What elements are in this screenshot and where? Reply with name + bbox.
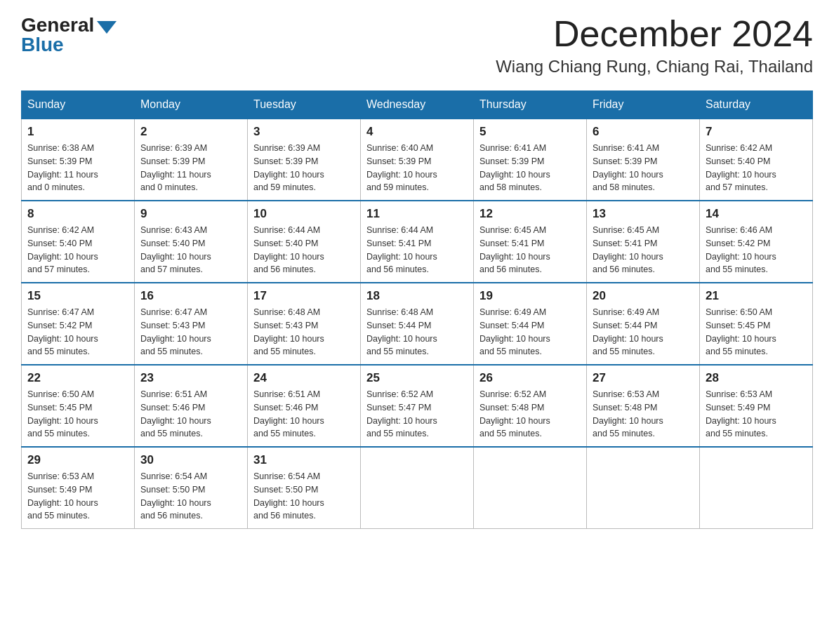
header-monday: Monday: [135, 91, 248, 119]
day-info: Sunrise: 6:47 AMSunset: 5:43 PMDaylight:…: [140, 306, 241, 358]
calendar-cell: 21Sunrise: 6:50 AMSunset: 5:45 PMDayligh…: [700, 283, 813, 365]
day-info: Sunrise: 6:41 AMSunset: 5:39 PMDaylight:…: [479, 142, 581, 194]
month-title: December 2024: [496, 14, 813, 54]
day-info: Sunrise: 6:46 AMSunset: 5:42 PMDaylight:…: [706, 224, 807, 276]
day-number: 23: [140, 371, 241, 385]
calendar-header-row: SundayMondayTuesdayWednesdayThursdayFrid…: [22, 91, 813, 119]
day-number: 3: [253, 125, 355, 139]
page-header: General Blue December 2024 Wiang Chiang …: [21, 14, 813, 76]
header-wednesday: Wednesday: [361, 91, 474, 119]
day-number: 16: [140, 289, 241, 303]
calendar-cell: 13Sunrise: 6:45 AMSunset: 5:41 PMDayligh…: [587, 201, 700, 283]
day-info: Sunrise: 6:49 AMSunset: 5:44 PMDaylight:…: [593, 306, 694, 358]
calendar-cell: 9Sunrise: 6:43 AMSunset: 5:40 PMDaylight…: [135, 201, 248, 283]
calendar-week-row: 15Sunrise: 6:47 AMSunset: 5:42 PMDayligh…: [22, 283, 813, 365]
calendar-cell: 23Sunrise: 6:51 AMSunset: 5:46 PMDayligh…: [135, 365, 248, 447]
calendar-cell: 12Sunrise: 6:45 AMSunset: 5:41 PMDayligh…: [474, 201, 587, 283]
day-info: Sunrise: 6:45 AMSunset: 5:41 PMDaylight:…: [593, 224, 694, 276]
day-info: Sunrise: 6:39 AMSunset: 5:39 PMDaylight:…: [140, 142, 241, 194]
calendar-cell: 16Sunrise: 6:47 AMSunset: 5:43 PMDayligh…: [135, 283, 248, 365]
calendar-cell: 7Sunrise: 6:42 AMSunset: 5:40 PMDaylight…: [700, 119, 813, 201]
day-info: Sunrise: 6:40 AMSunset: 5:39 PMDaylight:…: [366, 142, 468, 194]
day-number: 22: [27, 371, 128, 385]
calendar-cell: 31Sunrise: 6:54 AMSunset: 5:50 PMDayligh…: [248, 447, 361, 529]
day-number: 5: [479, 125, 581, 139]
calendar-week-row: 8Sunrise: 6:42 AMSunset: 5:40 PMDaylight…: [22, 201, 813, 283]
day-info: Sunrise: 6:51 AMSunset: 5:46 PMDaylight:…: [253, 388, 355, 441]
calendar-cell: [587, 447, 700, 529]
day-info: Sunrise: 6:53 AMSunset: 5:49 PMDaylight:…: [706, 388, 807, 441]
day-info: Sunrise: 6:42 AMSunset: 5:40 PMDaylight:…: [706, 142, 807, 194]
day-info: Sunrise: 6:50 AMSunset: 5:45 PMDaylight:…: [706, 306, 807, 358]
calendar-week-row: 1Sunrise: 6:38 AMSunset: 5:39 PMDaylight…: [22, 119, 813, 201]
day-number: 26: [479, 371, 581, 385]
day-number: 31: [253, 453, 355, 467]
header-sunday: Sunday: [22, 91, 135, 119]
day-info: Sunrise: 6:43 AMSunset: 5:40 PMDaylight:…: [140, 224, 241, 276]
day-info: Sunrise: 6:52 AMSunset: 5:47 PMDaylight:…: [366, 388, 468, 441]
header-friday: Friday: [587, 91, 700, 119]
day-number: 10: [253, 207, 355, 221]
calendar-cell: 1Sunrise: 6:38 AMSunset: 5:39 PMDaylight…: [22, 119, 135, 201]
day-number: 6: [593, 125, 694, 139]
calendar-cell: 25Sunrise: 6:52 AMSunset: 5:47 PMDayligh…: [361, 365, 474, 447]
calendar-cell: 3Sunrise: 6:39 AMSunset: 5:39 PMDaylight…: [248, 119, 361, 201]
header-thursday: Thursday: [474, 91, 587, 119]
calendar-cell: 18Sunrise: 6:48 AMSunset: 5:44 PMDayligh…: [361, 283, 474, 365]
day-info: Sunrise: 6:42 AMSunset: 5:40 PMDaylight:…: [27, 224, 128, 276]
day-info: Sunrise: 6:44 AMSunset: 5:40 PMDaylight:…: [253, 224, 355, 276]
day-number: 8: [27, 207, 128, 221]
day-number: 11: [366, 207, 468, 221]
day-info: Sunrise: 6:51 AMSunset: 5:46 PMDaylight:…: [140, 388, 241, 441]
day-number: 1: [27, 125, 128, 139]
calendar-cell: 30Sunrise: 6:54 AMSunset: 5:50 PMDayligh…: [135, 447, 248, 529]
day-info: Sunrise: 6:53 AMSunset: 5:48 PMDaylight:…: [593, 388, 694, 441]
logo-blue-text: Blue: [21, 34, 64, 56]
logo-arrow-icon: [97, 21, 117, 34]
day-info: Sunrise: 6:48 AMSunset: 5:44 PMDaylight:…: [366, 306, 468, 358]
calendar-cell: 14Sunrise: 6:46 AMSunset: 5:42 PMDayligh…: [700, 201, 813, 283]
calendar-cell: [700, 447, 813, 529]
calendar-cell: 15Sunrise: 6:47 AMSunset: 5:42 PMDayligh…: [22, 283, 135, 365]
calendar-cell: 29Sunrise: 6:53 AMSunset: 5:49 PMDayligh…: [22, 447, 135, 529]
day-number: 12: [479, 207, 581, 221]
calendar-cell: 11Sunrise: 6:44 AMSunset: 5:41 PMDayligh…: [361, 201, 474, 283]
calendar-week-row: 29Sunrise: 6:53 AMSunset: 5:49 PMDayligh…: [22, 447, 813, 529]
day-info: Sunrise: 6:48 AMSunset: 5:43 PMDaylight:…: [253, 306, 355, 358]
day-info: Sunrise: 6:52 AMSunset: 5:48 PMDaylight:…: [479, 388, 581, 441]
calendar-week-row: 22Sunrise: 6:50 AMSunset: 5:45 PMDayligh…: [22, 365, 813, 447]
day-number: 2: [140, 125, 241, 139]
day-info: Sunrise: 6:53 AMSunset: 5:49 PMDaylight:…: [27, 470, 128, 523]
calendar-cell: 26Sunrise: 6:52 AMSunset: 5:48 PMDayligh…: [474, 365, 587, 447]
day-number: 15: [27, 289, 128, 303]
day-number: 30: [140, 453, 241, 467]
calendar-cell: 19Sunrise: 6:49 AMSunset: 5:44 PMDayligh…: [474, 283, 587, 365]
day-number: 20: [593, 289, 694, 303]
day-number: 24: [253, 371, 355, 385]
calendar-cell: 28Sunrise: 6:53 AMSunset: 5:49 PMDayligh…: [700, 365, 813, 447]
logo: General Blue: [21, 14, 117, 56]
calendar-cell: 4Sunrise: 6:40 AMSunset: 5:39 PMDaylight…: [361, 119, 474, 201]
day-number: 27: [593, 371, 694, 385]
calendar-cell: [361, 447, 474, 529]
calendar-cell: 5Sunrise: 6:41 AMSunset: 5:39 PMDaylight…: [474, 119, 587, 201]
calendar-cell: 6Sunrise: 6:41 AMSunset: 5:39 PMDaylight…: [587, 119, 700, 201]
header-saturday: Saturday: [700, 91, 813, 119]
calendar-cell: 2Sunrise: 6:39 AMSunset: 5:39 PMDaylight…: [135, 119, 248, 201]
calendar-cell: 24Sunrise: 6:51 AMSunset: 5:46 PMDayligh…: [248, 365, 361, 447]
day-info: Sunrise: 6:49 AMSunset: 5:44 PMDaylight:…: [479, 306, 581, 358]
day-number: 13: [593, 207, 694, 221]
day-number: 19: [479, 289, 581, 303]
calendar-cell: 27Sunrise: 6:53 AMSunset: 5:48 PMDayligh…: [587, 365, 700, 447]
day-number: 9: [140, 207, 241, 221]
day-number: 29: [27, 453, 128, 467]
day-number: 21: [706, 289, 807, 303]
day-info: Sunrise: 6:54 AMSunset: 5:50 PMDaylight:…: [253, 470, 355, 523]
day-info: Sunrise: 6:45 AMSunset: 5:41 PMDaylight:…: [479, 224, 581, 276]
header-tuesday: Tuesday: [248, 91, 361, 119]
day-info: Sunrise: 6:38 AMSunset: 5:39 PMDaylight:…: [27, 142, 128, 194]
day-info: Sunrise: 6:54 AMSunset: 5:50 PMDaylight:…: [140, 470, 241, 523]
day-number: 28: [706, 371, 807, 385]
calendar-cell: 22Sunrise: 6:50 AMSunset: 5:45 PMDayligh…: [22, 365, 135, 447]
day-info: Sunrise: 6:44 AMSunset: 5:41 PMDaylight:…: [366, 224, 468, 276]
